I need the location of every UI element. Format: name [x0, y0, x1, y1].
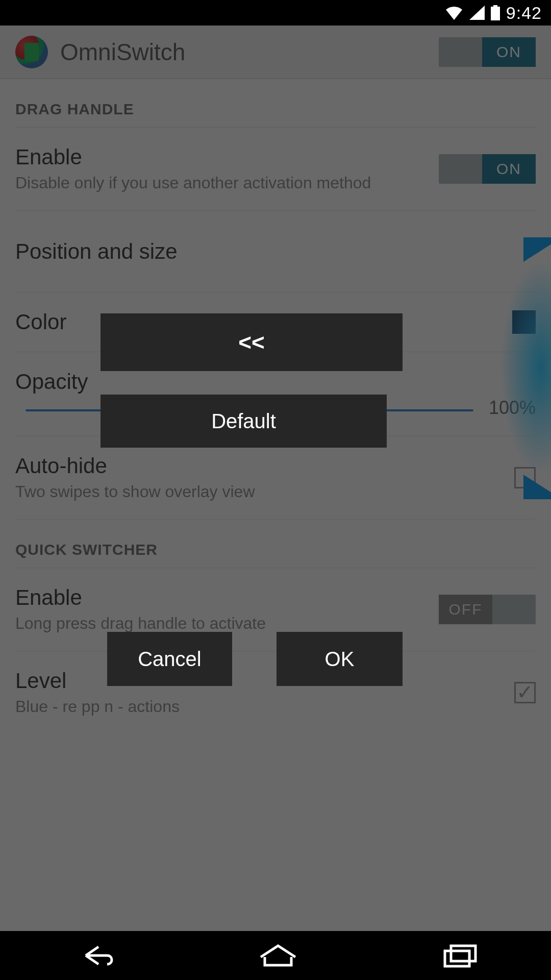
dialog-cancel-button[interactable]: Cancel	[107, 632, 232, 686]
nav-home-icon[interactable]	[258, 943, 298, 968]
dialog-ok-button[interactable]: OK	[277, 632, 403, 686]
dialog-collapse-button[interactable]: <<	[101, 313, 403, 371]
battery-icon	[491, 5, 500, 20]
svg-rect-0	[445, 951, 469, 966]
svg-rect-1	[451, 946, 475, 961]
navigation-bar	[0, 931, 551, 980]
app-window: OmniSwitch ON DRAG HANDLE Enable Disable…	[0, 26, 551, 931]
nav-back-icon[interactable]	[70, 943, 116, 968]
modal-dim	[0, 26, 551, 931]
dialog-default-button[interactable]: Default	[101, 395, 387, 448]
wifi-icon	[445, 6, 463, 20]
status-bar: 9:42	[0, 0, 551, 26]
cell-signal-icon	[469, 6, 485, 20]
nav-recent-icon[interactable]	[440, 943, 481, 968]
status-time: 9:42	[506, 3, 542, 23]
device-screen: 9:42 OmniSwitch ON DRAG HANDLE Enable Di…	[0, 0, 551, 980]
